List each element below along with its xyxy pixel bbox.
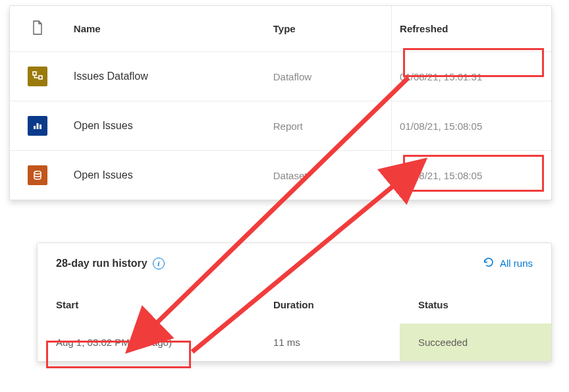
run-history-title: 28-day run history i [56,258,165,269]
run-history-table: Start Duration Status Aug 1, 03:02 PM (3… [38,286,551,361]
run-start: Aug 1, 03:02 PM (3 h ago) [56,337,172,348]
refresh-icon [483,256,495,270]
svg-rect-2 [34,126,36,129]
table-row[interactable]: Issues Dataflow Dataflow 01/08/21, 15:01… [10,52,551,101]
header-type[interactable]: Type [265,6,392,52]
run-history-title-text: 28-day run history [56,258,148,269]
svg-rect-4 [40,125,41,129]
header-status[interactable]: Status [400,286,551,323]
item-name[interactable]: Issues Dataflow [74,70,148,82]
item-type: Dataflow [273,71,312,82]
run-duration: 11 ms [273,337,300,348]
svg-rect-0 [33,72,36,75]
header-duration[interactable]: Duration [255,286,400,323]
header-name[interactable]: Name [66,6,265,52]
table-row[interactable]: Open Issues Report 01/08/21, 15:08:05 [10,101,551,151]
item-type: Dataset [273,170,308,181]
items-panel: Name Type Refreshed Issues Dataflow Data… [9,5,552,200]
document-icon [32,26,43,37]
dataset-icon [28,165,47,185]
report-icon [28,116,47,136]
svg-point-5 [34,171,41,174]
header-start[interactable]: Start [38,286,255,323]
all-runs-label: All runs [500,258,533,269]
svg-rect-1 [39,76,42,79]
svg-rect-3 [37,123,39,129]
header-refreshed[interactable]: Refreshed [392,6,551,52]
item-refreshed: 01/08/21, 15:08:05 [400,170,482,181]
run-history-panel: 28-day run history i All runs Start Dura… [37,242,552,362]
item-refreshed: 01/08/21, 15:01:31 [400,71,482,82]
info-icon[interactable]: i [153,258,165,269]
all-runs-link[interactable]: All runs [483,256,533,270]
items-table: Name Type Refreshed Issues Dataflow Data… [10,6,551,200]
header-icon [10,6,66,52]
item-refreshed: 01/08/21, 15:08:05 [400,121,482,132]
item-type: Report [273,121,303,132]
run-status: Succeeded [418,337,468,348]
table-row[interactable]: Aug 1, 03:02 PM (3 h ago) 11 ms Succeede… [38,323,551,361]
dataflow-icon [28,67,47,86]
item-name[interactable]: Open Issues [74,169,133,181]
table-row[interactable]: Open Issues Dataset 01/08/21, 15:08:05 [10,151,551,200]
item-name[interactable]: Open Issues [74,120,133,131]
